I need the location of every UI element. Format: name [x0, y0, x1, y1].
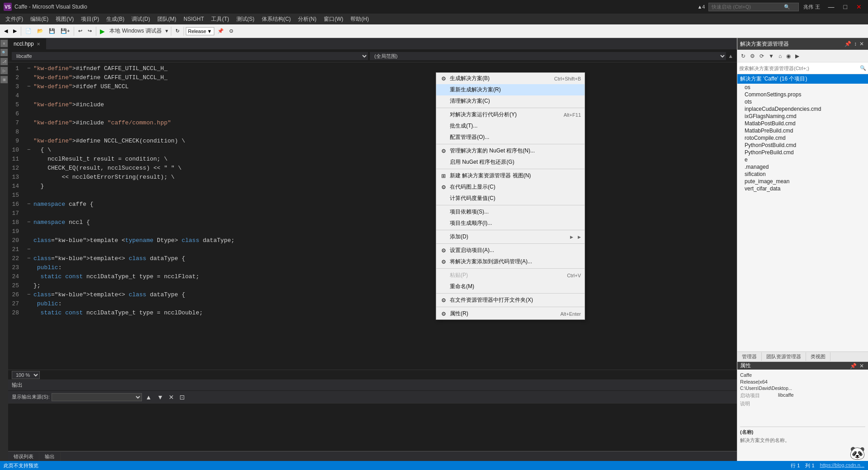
context-menu-item[interactable]: 清理解决方案(C)	[436, 95, 585, 107]
context-menu-item[interactable]: 批生成(T)...	[436, 120, 585, 132]
sol-refresh-btn[interactable]: ⟳	[758, 52, 766, 61]
file-path-dropdown[interactable]: libcaffe	[12, 52, 368, 60]
sol-tree-item[interactable]: ixGFlagsNaming.cmd	[737, 113, 868, 120]
new-file-button[interactable]: 📄	[23, 27, 34, 35]
context-menu-item[interactable]: 重新生成解决方案(R)	[436, 84, 585, 95]
menu-item-v[interactable]: 视图(V)	[52, 14, 77, 24]
sol-tree-item[interactable]: inplaceCudaDependencies.cmd	[737, 105, 868, 113]
run-dropdown-arrow[interactable]: ▼	[165, 28, 169, 33]
bottom-tab-输出[interactable]: 输出	[39, 452, 61, 461]
quick-launch-box[interactable]: 🔍	[708, 3, 799, 11]
context-menu-item[interactable]: 对解决方案运行代码分析(Y)Alt+F11	[436, 109, 585, 120]
status-link[interactable]: https://blog.csdn.n...	[820, 462, 864, 469]
activity-debug-icon[interactable]: ▷	[0, 67, 8, 74]
menu-item-e[interactable]: 编辑(E)	[27, 14, 52, 24]
sol-tree-item[interactable]: PythonPostBuild.cmd	[737, 142, 868, 149]
sol-view-btn[interactable]: ◉	[784, 52, 793, 61]
sol-tree-item[interactable]: os	[737, 84, 868, 91]
menu-item-h[interactable]: 帮助(H)	[347, 14, 373, 24]
activity-search-icon[interactable]: 🔍	[0, 49, 8, 56]
back-button[interactable]: ◀	[2, 27, 10, 35]
tab-close-button[interactable]: ✕	[37, 42, 40, 47]
bottom-tab-错误列表[interactable]: 错误列表	[8, 452, 39, 461]
scope-dropdown[interactable]: (全局范围)	[370, 52, 726, 60]
context-menu-item[interactable]: ⚙管理解决方案的 NuGet 程序包(N)...	[436, 145, 585, 157]
context-menu-item[interactable]: ⊞新建 解决方案资源管理器 视图(N)	[436, 170, 585, 181]
save-all-button[interactable]: 💾+	[58, 27, 72, 35]
sol-nav-tab[interactable]: 管理器	[737, 352, 762, 361]
solution-root[interactable]: 解决方案 'Caffe' (16 个项目)	[737, 74, 868, 84]
context-menu-item[interactable]: ⚙设置启动项目(A)...	[436, 245, 585, 256]
editor-tab-nccl[interactable]: nccl.hpp ✕	[8, 38, 46, 49]
context-menu-item[interactable]: 项目依赖项(S)...	[436, 206, 585, 218]
collapse-icon[interactable]: −	[26, 290, 32, 299]
sol-tree-item[interactable]: rotoCompile.cmd	[737, 134, 868, 142]
quick-launch-input[interactable]	[712, 4, 784, 9]
open-folder-button[interactable]: 📂	[35, 27, 46, 35]
editor-scroll-up[interactable]: ▲	[728, 53, 733, 59]
pin-button[interactable]: 📌	[215, 27, 226, 35]
menu-item-n[interactable]: 分析(N)	[294, 14, 320, 24]
collapse-icon[interactable]: −	[26, 82, 32, 91]
context-menu-item[interactable]: 粘贴(P)Ctrl+V	[436, 270, 585, 281]
sol-tree-item[interactable]: MatlabPreBuild.cmd	[737, 127, 868, 134]
menu-item-f[interactable]: 文件(F)	[2, 14, 27, 24]
menu-item-t[interactable]: 工具(T)	[208, 14, 232, 24]
sol-tree-item[interactable]: sification	[737, 171, 868, 178]
sol-tree-item[interactable]: vert_cifar_data	[737, 185, 868, 192]
context-menu-item[interactable]: ⚙属性(R)Alt+Enter	[436, 308, 585, 319]
context-menu-item[interactable]: 项目生成顺序(I)...	[436, 218, 585, 229]
sol-tree-item[interactable]: pute_image_mean	[737, 178, 868, 185]
activity-explore-icon[interactable]: ≡	[0, 40, 8, 47]
output-source-select[interactable]	[52, 393, 142, 401]
context-menu-item[interactable]: ⚙在代码图上显示(C)	[436, 181, 585, 193]
code-editor[interactable]: 1−"kw-define">#ifndef CAFFE_UTIL_NCCL_H_…	[8, 62, 737, 370]
sol-props-btn[interactable]: ⚙	[748, 52, 757, 61]
menu-item-m[interactable]: 团队(M)	[154, 14, 180, 24]
context-menu-item[interactable]: 配置管理器(O)...	[436, 132, 585, 143]
output-wrap-btn[interactable]: ⊡	[178, 393, 187, 402]
menu-item-w[interactable]: 窗口(W)	[320, 14, 347, 24]
collapse-icon[interactable]: −	[26, 200, 32, 209]
sol-nav-tab[interactable]: 团队资源管理器	[762, 352, 806, 361]
context-menu-item[interactable]: ⚙生成解决方案(B)Ctrl+Shift+B	[436, 73, 585, 84]
menu-item-p[interactable]: 项目(P)	[77, 14, 103, 24]
activity-git-icon[interactable]: ⎇	[0, 58, 8, 65]
output-down-btn[interactable]: ▼	[156, 393, 165, 402]
maximize-button[interactable]: □	[841, 2, 850, 11]
sol-close-btn[interactable]: ✕	[858, 40, 865, 47]
context-menu-item[interactable]: 添加(D)▶	[436, 231, 585, 242]
prop-pin-btn[interactable]: 📌	[849, 362, 858, 370]
refresh-button[interactable]: ↻	[173, 27, 182, 35]
sol-tree-item[interactable]: .managed	[737, 163, 868, 171]
collapse-icon[interactable]: −	[26, 254, 32, 263]
prop-close-btn[interactable]: ✕	[858, 362, 865, 370]
sol-tree-item[interactable]: CommonSettings.props	[737, 91, 868, 98]
output-up-btn[interactable]: ▲	[144, 393, 154, 402]
collapse-icon[interactable]: −	[26, 245, 32, 254]
sol-nav-tab[interactable]: 类视图	[806, 352, 830, 361]
collapse-icon[interactable]: −	[26, 146, 32, 155]
sol-nav-btn[interactable]: ▶	[793, 52, 801, 61]
sol-tree-item[interactable]: PythonPreBuild.cmd	[737, 149, 868, 156]
sol-tree-item[interactable]: ots	[737, 98, 868, 105]
menu-item-s[interactable]: 测试(S)	[233, 14, 258, 24]
undo-button[interactable]: ↩	[76, 27, 85, 35]
collapse-icon[interactable]: −	[26, 64, 32, 73]
run-button[interactable]: ▶	[98, 27, 107, 36]
sol-expand-btn[interactable]: ↕	[853, 40, 858, 47]
context-menu-item[interactable]: ⚙在文件资源管理器中打开文件夹(X)	[436, 294, 585, 306]
forward-button[interactable]: ▶	[11, 27, 19, 35]
close-button[interactable]: ✕	[854, 2, 864, 11]
collapse-icon[interactable]: −	[26, 218, 32, 227]
activity-ext-icon[interactable]: ⊞	[0, 76, 8, 83]
sol-filter-btn[interactable]: ▼	[767, 52, 776, 61]
sol-tree-item[interactable]: MatlabPostBuild.cmd	[737, 120, 868, 127]
sol-sync-btn[interactable]: ↻	[739, 52, 747, 61]
context-menu-item[interactable]: ⚙将解决方案添加到源代码管理(A)...	[436, 256, 585, 267]
redo-button[interactable]: ↪	[85, 27, 94, 35]
sol-pin-btn[interactable]: 📌	[843, 40, 853, 47]
pin2-button[interactable]: ⊙	[227, 27, 236, 35]
zoom-select[interactable]: 100 %	[12, 371, 40, 379]
context-menu-item[interactable]: 重命名(M)	[436, 281, 585, 292]
